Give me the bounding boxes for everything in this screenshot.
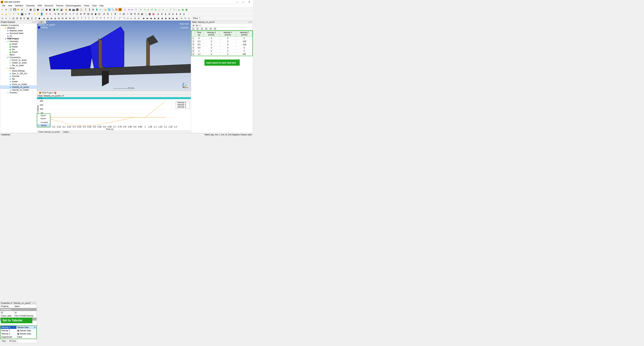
- t3-8-icon[interactable]: ◐: [26, 16, 30, 20]
- g5-icon[interactable]: ▱: [162, 8, 165, 11]
- maximize-button[interactable]: ▭: [240, 0, 246, 4]
- t3-26-icon[interactable]: ⇡: [95, 16, 99, 20]
- dropdown-icon[interactable]: ▾: [4, 8, 8, 11]
- chart-body[interactable]: -100-500501001502000.10.150.20.250.30.35…: [37, 99, 191, 131]
- grid-icon[interactable]: ▦: [68, 8, 72, 11]
- g1-icon[interactable]: ⌀: [146, 8, 150, 11]
- tree-structural-steel[interactable]: ◆Structural Steel: [0, 32, 36, 35]
- table-cell[interactable]: 0: [220, 37, 236, 40]
- table-row[interactable]: 40.9000: [192, 46, 252, 49]
- t3-16-icon[interactable]: ⊚: [57, 16, 60, 20]
- table-tab-t3[interactable]: T3: [200, 27, 204, 30]
- g7-icon[interactable]: ╱: [169, 8, 172, 11]
- t2-36-icon[interactable]: ⊚: [137, 12, 140, 15]
- t2-24-icon[interactable]: ⊟: [90, 12, 94, 15]
- table-cell[interactable]: 3: [192, 43, 195, 46]
- tree-air[interactable]: ◆Air: [0, 35, 36, 37]
- cm-import[interactable]: Import: [37, 114, 50, 117]
- arrow-down-icon[interactable]: ↧: [84, 8, 88, 11]
- t3-20-icon[interactable]: ≋: [72, 16, 75, 20]
- t2-35-icon[interactable]: ⟲: [133, 12, 136, 15]
- menu-definition[interactable]: Definition: [14, 4, 25, 7]
- tree-die-to-sheet[interactable]: ⫛Die_to_sheet: [0, 64, 36, 67]
- table-cell[interactable]: 1.2: [195, 53, 203, 56]
- cursor-icon[interactable]: ✦: [1, 8, 4, 11]
- table-cell[interactable]: 200: [236, 53, 252, 56]
- tree-study-holder[interactable]: ◈Holder: [0, 80, 36, 83]
- t3-32-icon[interactable]: ⫍: [118, 16, 122, 20]
- table-cell[interactable]: 0: [220, 46, 236, 49]
- table-tab-t4[interactable]: T4: [204, 27, 208, 30]
- t2-4-icon[interactable]: ✦: [12, 12, 15, 15]
- t3-1-icon[interactable]: ∿: [1, 16, 4, 20]
- t2-22-icon[interactable]: ⇈: [83, 12, 86, 15]
- tree-geometry[interactable]: ⌄◫Geometry: [0, 40, 36, 43]
- t2-34-icon[interactable]: ⊕: [130, 12, 133, 15]
- tree-answers[interactable]: ›✔Answers: [0, 91, 36, 94]
- t2-38-icon[interactable]: ⬚: [144, 12, 148, 15]
- menu-file[interactable]: File: [1, 4, 6, 7]
- t3-30-icon[interactable]: 》: [110, 16, 114, 20]
- g4-icon[interactable]: ◇: [158, 8, 161, 11]
- t2-6-icon[interactable]: 🎬: [20, 12, 24, 15]
- t2-41-icon[interactable]: 🌡: [156, 12, 160, 15]
- g10-icon[interactable]: ◆: [181, 8, 184, 11]
- data-table[interactable]: Time (s) Velocity X (mm/s) Velocity Y (m…: [192, 31, 252, 56]
- t2-11-icon[interactable]: 👤: [40, 12, 43, 15]
- table-cell[interactable]: 0: [203, 40, 220, 43]
- cube-icon[interactable]: ◫: [32, 8, 36, 11]
- t3-41-icon[interactable]: ◈: [153, 16, 156, 20]
- t3-23-icon[interactable]: 》: [84, 16, 88, 20]
- tree-punch[interactable]: ▣Punch: [0, 51, 36, 53]
- table-tb-1-icon[interactable]: ▥: [192, 24, 195, 27]
- t2-7-icon[interactable]: ⊚: [24, 12, 27, 15]
- box-icon[interactable]: ▢: [41, 8, 44, 11]
- table-cell[interactable]: 1: [192, 37, 195, 40]
- tree-velocity-on-punch[interactable]: ◈Velocity_on_punch: [0, 86, 36, 89]
- chart-output-tab[interactable]: Output: [62, 131, 70, 133]
- t3-3-icon[interactable]: ○: [8, 16, 12, 20]
- t2-48-icon[interactable]: 🌡: [182, 12, 186, 15]
- t2-32-icon[interactable]: ⊞: [122, 12, 126, 15]
- tree-punch-to-sheet[interactable]: ⫛Punch_to_sheet: [0, 59, 36, 61]
- t3-44-icon[interactable]: ◈: [164, 16, 168, 20]
- in-icon[interactable]: ⇤: [139, 8, 142, 11]
- g3-icon[interactable]: ⊜: [154, 8, 157, 11]
- g6-icon[interactable]: ○: [165, 8, 168, 11]
- menu-fluids[interactable]: Fluids: [83, 4, 91, 7]
- explode-icon[interactable]: ✶: [99, 8, 102, 11]
- chart-close-icon[interactable]: ✕: [62, 95, 64, 97]
- menu-help[interactable]: Help: [98, 4, 105, 7]
- box4-icon[interactable]: ◨: [52, 8, 56, 11]
- table-tab-t5[interactable]: T5: [208, 27, 213, 30]
- t3-31-icon[interactable]: 》: [114, 16, 117, 20]
- t3-5-icon[interactable]: ⊛: [16, 16, 19, 20]
- t3-35-icon[interactable]: ⫐: [130, 16, 133, 20]
- t2-13-icon[interactable]: ≋: [48, 12, 52, 15]
- t2-27-icon[interactable]: ⇄: [102, 12, 106, 15]
- close-panel-icon[interactable]: ✕: [34, 21, 36, 23]
- table-cell[interactable]: 0: [236, 49, 252, 53]
- tree-die[interactable]: ▣Die: [0, 48, 36, 51]
- tree-study-settings[interactable]: ⚙Study Settings: [0, 70, 36, 72]
- table-cell[interactable]: 0: [203, 37, 220, 40]
- table-tb-3-icon[interactable]: ↯: [198, 24, 202, 27]
- tree-material-sheet[interactable]: ◆Material_sheet: [0, 29, 36, 32]
- t2-28-icon[interactable]: ⇅: [106, 12, 110, 15]
- table-cell[interactable]: 0.3: [195, 40, 203, 43]
- table-tab-t2[interactable]: T2: [196, 27, 200, 30]
- close-button[interactable]: ✕: [246, 0, 252, 4]
- t3-40-icon[interactable]: ◈: [149, 16, 153, 20]
- t2-47-icon[interactable]: 🌡: [179, 12, 182, 15]
- table-cell[interactable]: 0: [220, 53, 236, 56]
- chart-tb-1[interactable]: –: [38, 97, 38, 99]
- t2-17-icon[interactable]: ⟳: [64, 12, 68, 15]
- t3-43-icon[interactable]: ◈: [160, 16, 164, 20]
- tree-solution[interactable]: Solution (2 projects): [0, 24, 36, 27]
- place-dropdown[interactable]: Place: [192, 17, 200, 20]
- points-icon[interactable]: ⁙: [25, 8, 28, 11]
- menu-fem[interactable]: FEM: [36, 4, 43, 7]
- t2-40-icon[interactable]: ▦: [152, 12, 155, 15]
- tree-sheet[interactable]: ▣Sheet: [0, 43, 36, 45]
- table-row[interactable]: 61.200200: [192, 53, 252, 56]
